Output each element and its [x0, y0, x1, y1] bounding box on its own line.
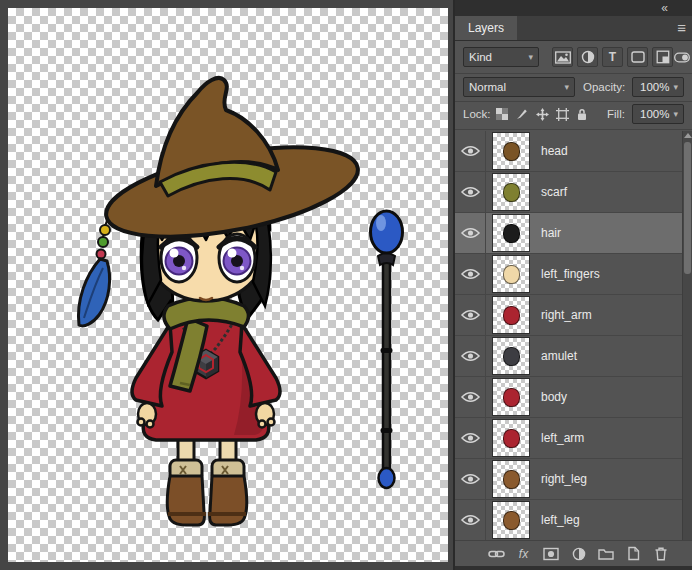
- visibility-toggle[interactable]: [455, 254, 486, 294]
- layer-row-right-leg[interactable]: right_leg: [455, 459, 682, 500]
- layer-name: right_arm: [541, 308, 592, 322]
- canvas-area: [0, 0, 453, 570]
- layer-name: head: [541, 144, 568, 158]
- layer-thumbnail-art: [503, 183, 520, 202]
- visibility-toggle[interactable]: [455, 336, 486, 376]
- layer-thumbnail-art: [503, 224, 520, 243]
- kind-dropdown[interactable]: Kind: [463, 47, 539, 67]
- layer-thumbnail-art: [503, 265, 520, 284]
- lock-image-brush-icon[interactable]: [513, 105, 531, 123]
- layer-thumbnail[interactable]: [493, 420, 529, 456]
- layers-panel: « Layers ≡ Kind T Normal: [455, 0, 692, 570]
- character-art: [78, 78, 364, 525]
- panel-bottom-strip: [455, 566, 692, 570]
- layer-list: head scarf hair left_fingers right_a: [455, 131, 682, 541]
- blend-mode-value: Normal: [469, 81, 560, 93]
- layer-list-scrollbar[interactable]: [682, 131, 692, 540]
- layer-name: left_fingers: [541, 267, 600, 281]
- layer-name: left_arm: [541, 431, 584, 445]
- lock-all-padlock-icon[interactable]: [573, 105, 591, 123]
- visibility-toggle[interactable]: [455, 459, 486, 499]
- scrollbar-thumb[interactable]: [684, 142, 691, 274]
- staff-art: [371, 211, 403, 488]
- layer-thumbnail[interactable]: [493, 379, 529, 415]
- new-group-folder-icon[interactable]: [597, 545, 615, 563]
- layer-thumbnail-art: [503, 306, 520, 325]
- fill-dropdown[interactable]: 100%: [632, 104, 684, 124]
- new-adjustment-layer-icon[interactable]: [570, 545, 588, 563]
- layer-row-right-arm[interactable]: right_arm: [455, 295, 682, 336]
- hat-charm-art: [78, 218, 110, 326]
- visibility-toggle[interactable]: [455, 213, 486, 253]
- layer-row-left-arm[interactable]: left_arm: [455, 418, 682, 459]
- layer-thumbnail[interactable]: [493, 461, 529, 497]
- visibility-toggle[interactable]: [455, 172, 486, 212]
- lock-position-move-icon[interactable]: [533, 105, 551, 123]
- layer-row-left-leg[interactable]: left_leg: [455, 500, 682, 541]
- opacity-label: Opacity:: [583, 81, 625, 93]
- layer-thumbnail[interactable]: [493, 215, 529, 251]
- filter-type-layers-icon[interactable]: T: [602, 47, 623, 67]
- layer-thumbnail-art: [503, 429, 520, 448]
- layer-thumbnail[interactable]: [493, 502, 529, 538]
- visibility-toggle[interactable]: [455, 418, 486, 458]
- document-canvas[interactable]: [8, 8, 448, 562]
- fx-label: fx: [519, 547, 528, 561]
- blend-mode-dropdown[interactable]: Normal: [463, 77, 575, 97]
- layer-row-scarf[interactable]: scarf: [455, 172, 682, 213]
- scroll-up-arrow[interactable]: [684, 133, 692, 138]
- layer-name: scarf: [541, 185, 567, 199]
- lock-transparency-icon[interactable]: [493, 105, 511, 123]
- opacity-value: 100%: [638, 81, 669, 93]
- layer-row-body[interactable]: body: [455, 377, 682, 418]
- layer-style-fx-icon[interactable]: fx: [515, 545, 533, 563]
- delete-layer-trash-icon[interactable]: [652, 545, 670, 563]
- fill-value: 100%: [638, 108, 669, 120]
- layer-thumbnail-art: [503, 470, 520, 489]
- fill-label: Fill:: [607, 108, 625, 120]
- layer-name: right_leg: [541, 472, 587, 486]
- layer-row-head[interactable]: head: [455, 131, 682, 172]
- photoshop-window: « Layers ≡ Kind T Normal: [0, 0, 692, 570]
- panel-menu-icon[interactable]: ≡: [677, 19, 686, 37]
- tab-layers[interactable]: Layers: [455, 16, 517, 40]
- layer-thumbnail-art: [503, 142, 520, 161]
- layer-name: left_leg: [541, 513, 580, 527]
- layer-row-amulet[interactable]: amulet: [455, 336, 682, 377]
- layer-thumbnail-art: [503, 388, 520, 407]
- layer-name: amulet: [541, 349, 577, 363]
- layer-thumbnail[interactable]: [493, 297, 529, 333]
- visibility-toggle[interactable]: [455, 500, 486, 540]
- filter-pixel-layers-icon[interactable]: [552, 47, 573, 67]
- filter-shape-layers-icon[interactable]: [627, 47, 648, 67]
- type-glyph: T: [609, 51, 616, 63]
- layer-thumbnail[interactable]: [493, 174, 529, 210]
- panel-tabbar: Layers ≡: [455, 16, 692, 41]
- collapse-panel-icon[interactable]: «: [661, 0, 668, 16]
- opacity-dropdown[interactable]: 100%: [632, 77, 684, 97]
- visibility-toggle[interactable]: [455, 377, 486, 417]
- layers-panel-footer: fx: [455, 540, 692, 566]
- layer-thumbnail[interactable]: [493, 338, 529, 374]
- visibility-toggle[interactable]: [455, 295, 486, 335]
- visibility-toggle[interactable]: [455, 131, 486, 171]
- lock-label: Lock:: [463, 108, 491, 120]
- new-layer-icon[interactable]: [625, 545, 643, 563]
- layer-name: body: [541, 390, 567, 404]
- layer-thumbnail-art: [503, 511, 520, 530]
- layer-name: hair: [541, 226, 561, 240]
- link-layers-icon[interactable]: [487, 545, 505, 563]
- layer-thumbnail-art: [503, 347, 520, 366]
- panel-header-strip: «: [455, 0, 692, 16]
- layer-row-left-fingers[interactable]: left_fingers: [455, 254, 682, 295]
- filter-adjustment-layers-icon[interactable]: [577, 47, 598, 67]
- filter-toggle-switch-icon[interactable]: [673, 48, 691, 66]
- kind-dropdown-value: Kind: [469, 51, 524, 63]
- layer-thumbnail[interactable]: [493, 133, 529, 169]
- layer-row-hair[interactable]: hair: [455, 213, 682, 254]
- lock-artboard-icon[interactable]: [553, 105, 571, 123]
- add-layer-mask-icon[interactable]: [542, 545, 560, 563]
- layer-thumbnail[interactable]: [493, 256, 529, 292]
- filter-smart-object-icon[interactable]: [652, 47, 673, 67]
- character-artwork: [8, 8, 448, 562]
